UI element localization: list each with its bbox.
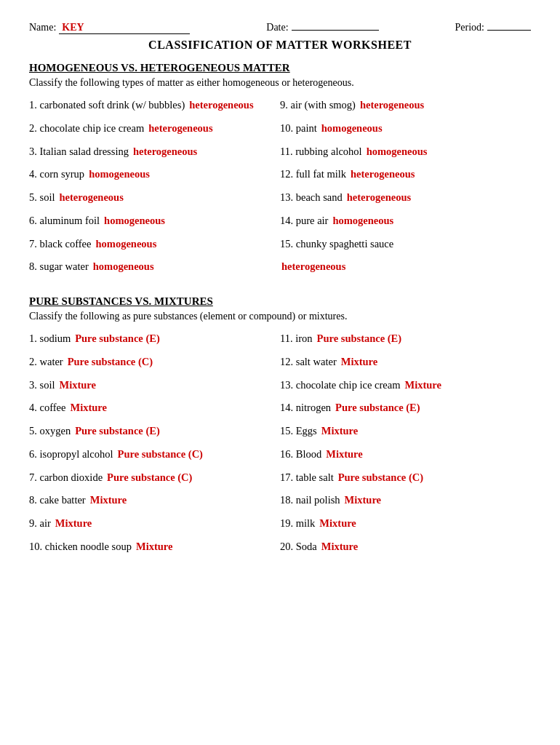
item-text: 16. Blood: [280, 447, 321, 463]
item-answer: Mixture: [70, 400, 106, 416]
list-item: 4. corn syruphomogeneous: [29, 167, 280, 183]
page-title: CLASSIFICATION OF MATTER WORKSHEET: [29, 39, 531, 52]
item-answer: Mixture: [345, 493, 381, 509]
item-answer: Mixture: [326, 447, 362, 463]
item-answer: heterogeneous: [351, 167, 415, 183]
item-answer: heterogeneous: [133, 144, 197, 160]
item-answer: Mixture: [136, 539, 172, 555]
list-item: 18. nail polishMixture: [280, 493, 531, 509]
list-item: 4. coffeeMixture: [29, 400, 280, 416]
item-answer: Pure substance (E): [75, 423, 160, 439]
item-text: 1. sodium: [29, 331, 71, 347]
item-text: 4. coffee: [29, 400, 65, 416]
item-answer: homogeneous: [367, 144, 428, 160]
item-text: 5. oxygen: [29, 423, 71, 439]
list-item: 8. sugar waterhomogeneous: [29, 259, 280, 275]
item-text: 1. carbonated soft drink (w/ bubbles): [29, 97, 185, 113]
item-answer: Pure substance (C): [107, 470, 192, 486]
item-text: 9. air: [29, 516, 51, 532]
list-item: 5. oxygenPure substance (E): [29, 423, 280, 439]
list-item: 16. BloodMixture: [280, 447, 531, 463]
list-item: 3. soilMixture: [29, 378, 280, 394]
item-text: 2. water: [29, 354, 63, 370]
list-item: 6. isopropyl alcoholPure substance (C): [29, 447, 280, 463]
item-answer: Pure substance (C): [338, 470, 423, 486]
item-text: 12. salt water: [280, 354, 337, 370]
item-answer: Pure substance (C): [68, 354, 153, 370]
item-text: 10. chicken noodle soup: [29, 539, 132, 555]
section2-title: PURE SUBSTANCES VS. MIXTURES: [29, 295, 531, 308]
item-answer: heterogeneous: [347, 190, 411, 206]
list-item: 15. chunky spaghetti sauce: [280, 236, 531, 252]
list-item: 1. sodiumPure substance (E): [29, 331, 280, 347]
section1-left: 1. carbonated soft drink (w/ bubbles)het…: [29, 97, 280, 282]
item-text: 4. corn syrup: [29, 167, 84, 183]
list-item: 13. chocolate chip ice creamMixture: [280, 378, 531, 394]
list-item: 19. milkMixture: [280, 516, 531, 532]
item-answer: homogeneous: [104, 213, 165, 229]
list-item: 9. airMixture: [29, 516, 280, 532]
item-answer: Pure substance (E): [317, 331, 402, 347]
item-text: 14. pure air: [280, 213, 328, 229]
header: Name: KEY Date: Period:: [29, 22, 531, 34]
item-text: 11. rubbing alcohol: [280, 144, 362, 160]
date-label: Date:: [266, 22, 288, 33]
name-label: Name:: [29, 22, 56, 33]
item-text: 7. black coffee: [29, 236, 91, 252]
item-answer: heterogeneous: [360, 97, 424, 113]
item-answer: heterogeneous: [59, 190, 123, 206]
list-item: 3. Italian salad dressingheterogeneous: [29, 144, 280, 160]
item-answer: Mixture: [321, 423, 358, 439]
item-text: 5. soil: [29, 190, 55, 206]
list-item: 6. aluminum foilhomogeneous: [29, 213, 280, 229]
item-text: 19. milk: [280, 516, 315, 532]
section2-instruction: Classify the following as pure substance…: [29, 311, 531, 322]
item-text: 11. iron: [280, 331, 313, 347]
section2-grid: 1. sodiumPure substance (E)2. waterPure …: [29, 331, 531, 562]
item-answer: heterogeneous: [148, 121, 212, 137]
date-field: Date:: [266, 22, 378, 33]
item-text: 3. Italian salad dressing: [29, 144, 129, 160]
item-answer: homogeneous: [89, 167, 150, 183]
item-answer: Mixture: [321, 539, 358, 555]
section1-grid: 1. carbonated soft drink (w/ bubbles)het…: [29, 97, 531, 282]
item-answer: Pure substance (E): [335, 400, 420, 416]
item-answer: Pure substance (E): [75, 331, 160, 347]
item-answer: heterogeneous: [281, 259, 345, 275]
item-text: 14. nitrogen: [280, 400, 331, 416]
name-value: KEY: [59, 22, 190, 34]
period-label: Period:: [455, 22, 484, 33]
item-answer: Pure substance (C): [118, 447, 203, 463]
list-item: 7. black coffeehomogeneous: [29, 236, 280, 252]
period-value: [487, 30, 531, 31]
item-answer: Mixture: [404, 378, 441, 394]
period-field: Period:: [455, 22, 531, 33]
list-item: 20. SodaMixture: [280, 539, 531, 555]
item-text: 12. full fat milk: [280, 167, 346, 183]
section1-instruction: Classify the following types of matter a…: [29, 77, 531, 89]
list-item: 14. pure airhomogeneous: [280, 213, 531, 229]
name-field: Name: KEY: [29, 22, 190, 34]
section2-left: 1. sodiumPure substance (E)2. waterPure …: [29, 331, 280, 562]
item-answer: homogeneous: [95, 236, 156, 252]
item-answer: homogeneous: [93, 259, 154, 275]
list-item: 8. cake batterMixture: [29, 493, 280, 509]
item-text: 10. paint: [280, 121, 317, 137]
item-text: 8. sugar water: [29, 259, 89, 275]
item-text: 13. chocolate chip ice cream: [280, 378, 400, 394]
item-text: 2. chocolate chip ice cream: [29, 121, 144, 137]
list-item: 13. beach sandheterogeneous: [280, 190, 531, 206]
item-text: 17. table salt: [280, 470, 334, 486]
item-answer: Mixture: [59, 378, 95, 394]
list-item: 17. table saltPure substance (C): [280, 470, 531, 486]
item-text: 9. air (with smog): [280, 97, 356, 113]
item-text: 15. Eggs: [280, 423, 317, 439]
list-item: 11. rubbing alcoholhomogeneous: [280, 144, 531, 160]
list-item: 15. EggsMixture: [280, 423, 531, 439]
item-text: 15. chunky spaghetti sauce: [280, 236, 393, 252]
item-answer: Mixture: [341, 354, 377, 370]
list-item: 11. ironPure substance (E): [280, 331, 531, 347]
list-item: 2. waterPure substance (C): [29, 354, 280, 370]
item-answer: heterogeneous: [189, 97, 253, 113]
list-item: 2. chocolate chip ice creamheterogeneous: [29, 121, 280, 137]
